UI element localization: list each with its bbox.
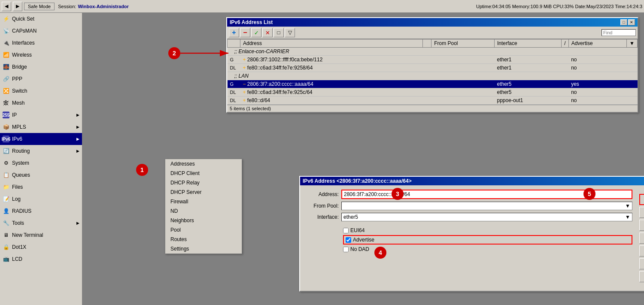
sidebar-item-new-terminal[interactable]: 🖥 New Terminal [0,229,82,241]
ok-button[interactable]: OK [639,194,644,205]
check-button[interactable]: ✓ [251,28,261,37]
row-address: + fe80::c6ad:34ff:fe7e:925c/64 [240,88,423,97]
log-icon: 📝 [3,196,9,202]
safe-mode-button[interactable]: Safe Mode [24,3,55,10]
cancel-button[interactable]: Cancel [639,207,644,218]
from-pool-select[interactable]: ▼ [341,202,632,210]
row-advertise: no [568,56,626,64]
radius-icon: 👤 [3,208,9,214]
col-interface[interactable]: Interface [495,39,562,48]
menu-item-neighbors[interactable]: Neighbors [165,216,242,225]
sidebar-label-files: Files [12,184,23,190]
table-row[interactable]: DL + fe80::c6ad:34ff:fe7e:9258/64 ether1… [228,64,638,72]
sidebar-item-switch[interactable]: 🔀 Switch [0,85,82,97]
menu-item-addresses[interactable]: Addresses [165,159,242,169]
sidebar-item-ipv6[interactable]: IPv6 IPv6 [0,133,82,145]
eui64-row: EUI64 [343,227,632,233]
menu-item-routes[interactable]: Routes [165,235,242,244]
menu-item-dhcp-relay[interactable]: DHCP Relay [165,178,242,187]
sidebar-item-capsman[interactable]: 📡 CAPsMAN [0,25,82,37]
row-interface: ether5 [495,88,562,97]
back-button[interactable]: ◀ [2,2,11,11]
sidebar-label-log: Log [12,196,21,202]
x-button[interactable]: ✕ [262,28,273,37]
remove-button[interactable]: Remove [639,271,644,282]
sidebar-label-lcd: LCD [12,256,22,262]
quick-set-icon: ⚡ [3,15,9,22]
row-from-pool [431,64,495,72]
table-row[interactable]: DL + fe80::c6ad:34ff:fe7e:925c/64 ether5… [228,88,638,97]
list-toolbar: + − ✓ ✕ □ ▽ [227,27,638,39]
menu-item-pool[interactable]: Pool [165,225,242,235]
row-sep [423,56,431,64]
col-flag[interactable] [228,39,240,48]
from-pool-row: From Pool: ▼ [304,202,632,210]
table-row[interactable]: DL + fe80::d/64 pppoe-out1 no [228,97,638,105]
menu-item-dhcp-client[interactable]: DHCP Client [165,169,242,178]
ipv6-list-window: IPv6 Address List □ ✕ + − ✓ ✕ □ ▽ [226,17,638,113]
table-row[interactable]: G + 2806:3f7:1002::ffff:f0ca:bebe/112 et… [228,56,638,64]
col-advertise[interactable]: Advertise [568,39,626,48]
menu-item-dhcp-server[interactable]: DHCP Server [165,187,242,197]
sidebar-item-lcd[interactable]: 📺 LCD [0,253,82,265]
from-pool-arrow: ▼ [625,203,630,209]
find-input[interactable] [601,29,636,36]
row-interface: ether1 [495,64,562,72]
close-button[interactable]: ✕ [628,19,635,25]
row-sep [423,64,431,72]
sidebar-item-quick-set[interactable]: ⚡ Quick Set [0,13,82,25]
menu-item-nd[interactable]: ND [165,206,242,216]
advertise-checkbox[interactable] [346,237,351,243]
sidebar-label-routing: Routing [12,148,30,154]
sidebar-item-system[interactable]: ⚙ System [0,157,82,169]
sidebar-item-radius[interactable]: 👤 RADIUS [0,205,82,217]
comment-button[interactable]: Comment [639,245,644,257]
sidebar-label-wireless: Wireless [12,52,32,58]
copy-button[interactable]: Copy [639,258,644,269]
apply-button[interactable]: Apply [639,220,644,231]
add-button[interactable]: + [229,28,239,37]
sidebar-item-wireless[interactable]: 📶 Wireless [0,49,82,61]
ipv6-edit-titlebar: IPv6 Address <2806:3f7:a200:cccc::aaaa/6… [300,177,644,185]
sidebar-item-queues[interactable]: 📋 Queues [0,169,82,181]
interface-select[interactable]: ether5 ▼ [341,213,632,221]
lcd-icon: 📺 [3,256,9,263]
wireless-icon: 📶 [3,51,9,58]
col-address[interactable]: Address [240,39,423,48]
sidebar-item-ip[interactable]: 255 IP [0,109,82,121]
sidebar-label-dot1x: Dot1X [12,244,26,250]
dot1x-icon: 🔒 [3,244,9,251]
sidebar-item-interfaces[interactable]: 🔌 Interfaces [0,37,82,49]
sidebar-item-log[interactable]: 📝 Log [0,193,82,205]
eui64-checkbox[interactable] [343,228,349,233]
menu-item-settings[interactable]: Settings [165,244,242,254]
col-sep [423,39,431,48]
section-header-lan: ;; LAN [228,72,638,80]
row-slash [562,80,568,88]
menu-item-firewall[interactable]: Firewall [165,197,242,206]
sidebar-item-files[interactable]: 📁 Files [0,181,82,193]
minimize-button[interactable]: □ [620,19,627,25]
sidebar-label-new-terminal: New Terminal [12,232,43,238]
sidebar-label-ipv6: IPv6 [12,136,22,142]
sidebar-item-mesh[interactable]: 🕸 Mesh [0,97,82,109]
table-row-selected[interactable]: G − 2806:3f7:a200:cccc::aaaa/64 ether5 y… [228,80,638,88]
sidebar-label-radius: RADIUS [12,208,31,214]
sidebar-item-routing[interactable]: 🔄 Routing [0,145,82,157]
sidebar-item-bridge[interactable]: 🌉 Bridge [0,61,82,73]
main-layout: ⚡ Quick Set 📡 CAPsMAN 🔌 Interfaces 📶 Wir… [0,13,644,305]
sidebar-item-dot1x[interactable]: 🔒 Dot1X [0,241,82,253]
disable-button[interactable]: Disable [639,233,644,244]
forward-button[interactable]: ▶ [13,2,22,11]
content-area: IPv6 Address List □ ✕ + − ✓ ✕ □ ▽ [82,13,644,305]
sidebar: ⚡ Quick Set 📡 CAPsMAN 🔌 Interfaces 📶 Wir… [0,13,82,305]
copy-icon-button[interactable]: □ [273,28,284,37]
filter-button[interactable]: ▽ [285,28,295,37]
col-from-pool[interactable]: From Pool [431,39,495,48]
sidebar-item-ppp[interactable]: 🔗 PPP [0,73,82,85]
remove-button[interactable]: − [240,28,250,37]
no-dad-checkbox[interactable] [343,247,349,252]
sidebar-item-tools[interactable]: 🔧 Tools [0,217,82,229]
sidebar-item-mpls[interactable]: 📦 MPLS [0,121,82,133]
row-slash [562,97,568,105]
